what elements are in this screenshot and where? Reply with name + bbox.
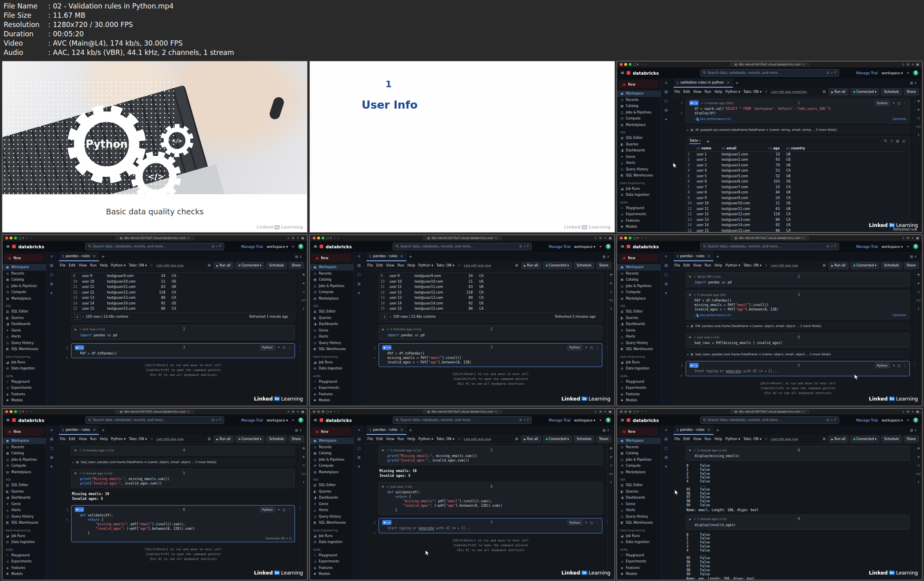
browser-actions[interactable]: ↓ ⊞ + ▣ — [902, 63, 919, 66]
menu-python[interactable]: Python ▾ — [419, 437, 433, 441]
graph-icon[interactable]: ⊞ — [358, 455, 361, 459]
sidebar-item-data-ingestion[interactable]: ⊟Data Ingestion — [2, 539, 46, 545]
sidebar-item-job-runs[interactable]: ◪Job Runs — [617, 533, 661, 539]
connected-button[interactable]: Connected ▾ — [850, 88, 880, 95]
panel-icon[interactable]: ▥ — [910, 255, 915, 258]
user-avatar[interactable]: S — [606, 417, 611, 423]
manage-trial-link[interactable]: Manage Trial — [856, 418, 878, 422]
browser-url[interactable]: ▦dbc-ebcdc16f-f3a7.cloud.databricks.com↻ — [730, 62, 809, 67]
sidebar-item-marketplace[interactable]: ▤Marketplace — [617, 469, 661, 476]
see-performance-link[interactable]: › ▙ See performance (1) — [695, 117, 731, 121]
home-icon[interactable]: ⌂ — [51, 428, 53, 432]
favorite-star-icon[interactable]: ☆ — [150, 263, 153, 267]
share-button[interactable]: Share — [289, 436, 304, 443]
menu-view[interactable]: View — [386, 437, 394, 441]
menu-help[interactable]: Help — [714, 90, 722, 94]
sidebar-item-playground[interactable]: ✧Playground — [310, 379, 354, 385]
cell-language-badge[interactable]: Python — [260, 507, 275, 512]
assistant-icon[interactable]: ✦ — [358, 465, 361, 469]
sidebar-item-dashboards[interactable]: ◨Dashboards — [310, 321, 354, 327]
run-cell-button[interactable]: ▶▾ — [75, 507, 84, 512]
workspace-menu[interactable]: workspace ▾ — [882, 71, 903, 75]
sidebar-item-alerts[interactable]: ◬Alerts — [617, 160, 661, 166]
variables-icon[interactable]: (x) — [609, 472, 613, 476]
zoom-button[interactable] — [629, 410, 631, 413]
dataframe-result[interactable]: ▸▦Pdf: pandas.core.frame.DataFrame = [na… — [686, 323, 910, 329]
sidebar-item-marketplace[interactable]: ▤Marketplace — [617, 296, 661, 302]
sidebar-item-compute[interactable]: ◔Compute — [310, 289, 354, 296]
minimize-button[interactable] — [10, 237, 13, 239]
sidebar-item-models[interactable]: ✱Models — [617, 571, 661, 577]
tab-overview-icon[interactable]: ▢▾ — [633, 63, 640, 66]
assistant-icon[interactable]: ✦ — [665, 117, 668, 122]
schedule-button[interactable]: Schedule — [881, 436, 902, 443]
close-tab-icon[interactable]: × — [93, 254, 96, 258]
connected-button[interactable]: Connected ▾ — [850, 262, 880, 269]
sidebar-item-models[interactable]: ✱Models — [310, 571, 354, 577]
run-all-button[interactable]: ▶Run all — [829, 436, 848, 443]
sidebar-item-data-ingestion[interactable]: ⊟Data Ingestion — [310, 365, 354, 372]
sidebar-item-query-history[interactable]: ◶Query History — [617, 514, 661, 520]
sidebar-item-data-ingestion[interactable]: ⊟Data Ingestion — [2, 365, 46, 372]
sidebar-item-sql-warehouses[interactable]: ◩SQL Warehouses — [617, 520, 661, 526]
version-history-icon[interactable]: ◷ — [917, 464, 920, 467]
manage-trial-link[interactable]: Manage Trial — [549, 245, 570, 249]
cell-language-badge[interactable]: Python — [567, 520, 583, 525]
menu-icon[interactable]: ≡ — [6, 244, 10, 249]
menu-edit[interactable]: Edit — [683, 90, 690, 94]
notebook-tab[interactable]: ▯pandas - rules× — [674, 425, 714, 435]
browser-actions[interactable]: ↓ ⊞ + ▣ — [902, 410, 919, 413]
notebook-tab[interactable]: ▯pandas - rules× — [366, 252, 406, 261]
optimize-link[interactable]: Optimize — [892, 117, 906, 121]
share-button[interactable]: Share — [904, 436, 919, 443]
layout-grid-icon[interactable]: ⊞ — [208, 437, 211, 441]
sidebar-item-queries[interactable]: ◧Queries — [2, 489, 46, 495]
cell-collapse-icon[interactable]: ▾ — [374, 531, 375, 535]
cell-code[interactable]: Pdf = df.toPandas()missing_emails = Pdf[… — [689, 298, 906, 312]
menu-edit[interactable]: Edit — [376, 437, 383, 441]
comments-icon[interactable]: ◓ — [610, 273, 612, 277]
sidebar-item-query-history[interactable]: ◶Query History — [2, 514, 46, 520]
tab-overview-icon[interactable]: ▢▾ — [633, 410, 640, 413]
share-button[interactable]: Share — [596, 262, 611, 269]
sidebar-item-sql-editor[interactable]: ▥SQL Editor — [310, 482, 354, 489]
assistant-icon[interactable]: ✦ — [665, 465, 668, 469]
comments-icon[interactable]: ◓ — [917, 99, 920, 103]
assistant-icon[interactable]: ✦ — [358, 291, 361, 295]
cell-code[interactable]: bad_rows = Pdf[missing_emails | invalid_… — [689, 340, 906, 345]
close-tab-icon[interactable]: × — [93, 428, 96, 432]
sidebar-item-queries[interactable]: ◧Queries — [617, 141, 661, 148]
run-cell-button[interactable]: ▶ — [689, 336, 691, 339]
sidebar-item-experiments[interactable]: ⊿Experiments — [310, 558, 354, 565]
expand-table-icon[interactable]: ◱ — [902, 139, 905, 143]
menu-tabs-on[interactable]: Tabs: ON ▾ — [436, 263, 454, 267]
run-cell-button[interactable]: ▶▾ — [689, 363, 699, 368]
run-cell-button[interactable]: ▶ — [689, 293, 691, 296]
cell-code[interactable]: df = spark.sql("SELECT * FROM 'workspace… — [689, 106, 906, 115]
add-tab-button[interactable]: + — [716, 254, 719, 259]
reload-icon[interactable]: ↻ — [802, 410, 804, 413]
menu-view[interactable]: View — [693, 437, 701, 441]
cell-collapse-icon[interactable]: ▾ — [66, 518, 68, 522]
minimize-button[interactable] — [624, 237, 627, 239]
back-icon[interactable]: ‹ — [334, 410, 336, 413]
menu-help[interactable]: Help — [714, 263, 722, 267]
menu-run[interactable]: Run — [90, 437, 97, 441]
comments-icon[interactable]: ◓ — [302, 273, 305, 277]
menu-icon[interactable]: ≡ — [621, 417, 624, 423]
sidebar-item-catalog[interactable]: ▦Catalog — [617, 450, 661, 457]
menu-tabs-on[interactable]: Tabs: ON ▾ — [436, 437, 454, 441]
add-visualization-button[interactable]: + — [706, 139, 709, 144]
sidebar-item-catalog[interactable]: ▦Catalog — [310, 277, 354, 283]
sidebar-item-alerts[interactable]: ◬Alerts — [2, 507, 46, 514]
zoom-button[interactable] — [322, 237, 324, 239]
sidebar-item-data-ingestion[interactable]: ⊟Data Ingestion — [617, 539, 661, 545]
workspace-menu[interactable]: workspace ▾ — [882, 418, 903, 422]
assistant-icon[interactable]: ✦ — [291, 418, 295, 422]
environment-icon[interactable]: ⇕ — [302, 307, 305, 310]
search-results-icon[interactable] — [884, 139, 887, 143]
environment-icon[interactable]: ⇕ — [917, 480, 920, 484]
cell-code[interactable]: def validate(df): return { "missing_emai… — [75, 512, 291, 540]
sidebar-item-experiments[interactable]: ⊿Experiments — [310, 385, 354, 391]
global-search-input[interactable]: Search data, notebooks, recents, and mor… — [85, 243, 224, 250]
